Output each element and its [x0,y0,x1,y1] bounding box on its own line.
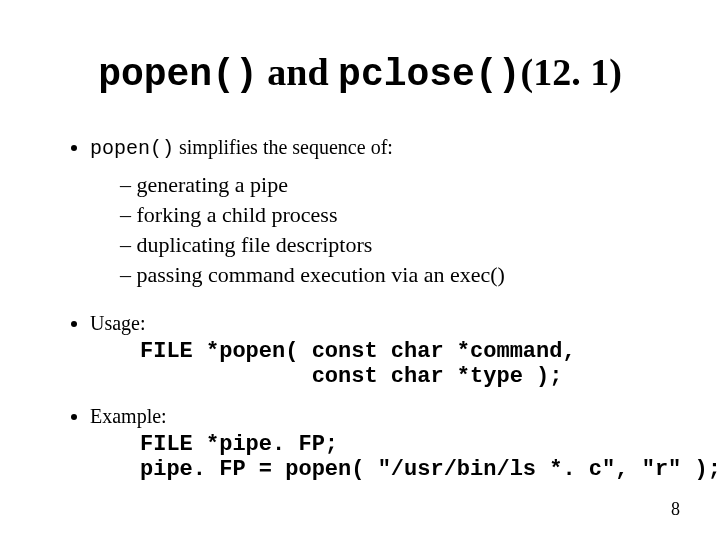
title-ref: (12. 1) [521,51,622,93]
title-code-popen: popen() [98,53,258,96]
example-label: Example: [90,405,167,427]
sub-item: passing command execution via an exec() [120,262,660,288]
bullet-usage: Usage: FILE *popen( const char *command,… [90,312,660,389]
intro-code: popen() [90,137,174,160]
bullet-example: Example: FILE *pipe. FP; pipe. FP = pope… [90,405,660,482]
sub-item: duplicating file descriptors [120,232,660,258]
intro-text: simplifies the sequence of: [174,136,393,158]
title-code-pclose: pclose() [338,53,520,96]
title-and: and [258,51,338,93]
bullet-intro: popen() simplifies the sequence of: gene… [90,136,660,288]
example-code: FILE *pipe. FP; pipe. FP = popen( "/usr/… [140,432,660,482]
slide-title: popen() and pclose()(12. 1) [60,50,660,96]
page-number: 8 [671,499,680,520]
usage-code: FILE *popen( const char *command, const … [140,339,660,389]
usage-label: Usage: [90,312,146,334]
sub-list: generating a pipe forking a child proces… [90,172,660,288]
slide: popen() and pclose()(12. 1) popen() simp… [0,0,720,540]
sub-item: generating a pipe [120,172,660,198]
sub-item: forking a child process [120,202,660,228]
bullet-list: popen() simplifies the sequence of: gene… [60,136,660,482]
